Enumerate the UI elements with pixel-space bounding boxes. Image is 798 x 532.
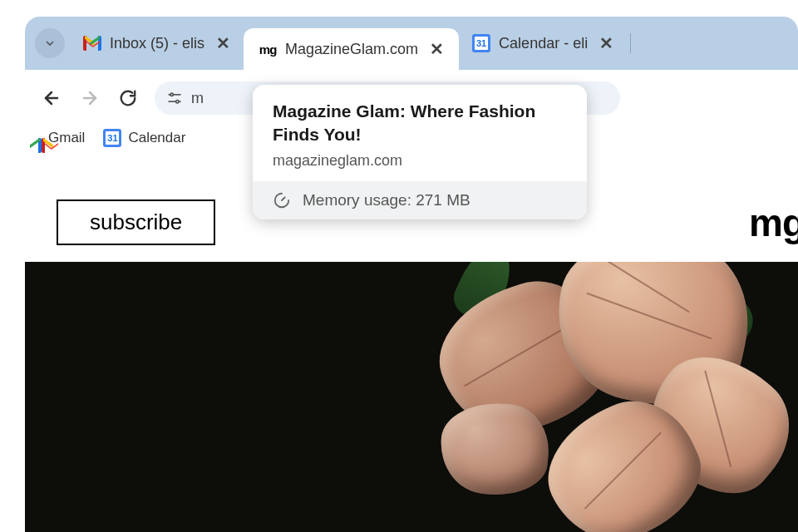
page-content: subscribe mg: [25, 188, 798, 532]
tab-strip: Inbox (5) - elis ✕ mg MagazineGlam.com ✕…: [25, 17, 798, 70]
chevron-down-icon: [43, 37, 57, 50]
close-icon[interactable]: ✕: [216, 33, 230, 53]
bookmark-label: Gmail: [48, 130, 85, 146]
back-button[interactable]: [40, 86, 63, 110]
tab-separator: [630, 33, 631, 53]
tab-label: Calendar - eli: [499, 35, 588, 52]
tab-calendar[interactable]: 31 Calendar - eli ✕: [462, 25, 623, 62]
calendar-icon: 31: [103, 129, 121, 147]
calendar-icon: 31: [472, 34, 490, 52]
speedometer-icon: [273, 191, 291, 209]
forward-button[interactable]: [78, 86, 101, 110]
bookmark-calendar[interactable]: 31 Calendar: [103, 129, 185, 147]
svg-point-2: [170, 93, 173, 96]
arrow-right-icon: [80, 88, 100, 108]
tab-magazineglam[interactable]: mg MagazineGlam.com ✕: [244, 28, 459, 70]
memory-usage-text: Memory usage: 271 MB: [303, 191, 470, 209]
address-text: m: [191, 90, 204, 107]
hover-url: magazineglam.com: [273, 152, 567, 170]
bookmark-label: Calendar: [128, 130, 185, 146]
bookmark-gmail[interactable]: Gmail: [42, 130, 85, 146]
close-icon[interactable]: ✕: [599, 33, 613, 53]
tab-inbox[interactable]: Inbox (5) - elis ✕: [73, 25, 240, 62]
reload-icon: [119, 89, 137, 107]
arrow-left-icon: [42, 88, 62, 108]
subscribe-button[interactable]: subscribe: [57, 200, 215, 245]
svg-point-5: [176, 101, 179, 103]
hero-image: [25, 262, 798, 532]
reload-button[interactable]: [116, 86, 140, 110]
tab-search-button[interactable]: [35, 28, 65, 58]
tab-label: Inbox (5) - elis: [110, 35, 204, 52]
gmail-icon: [83, 34, 101, 52]
site-logo[interactable]: mg: [749, 200, 798, 245]
site-settings-icon[interactable]: [166, 90, 183, 106]
close-icon[interactable]: ✕: [430, 39, 444, 59]
site-favicon: mg: [259, 40, 277, 58]
tab-label: MagazineGlam.com: [285, 41, 418, 58]
hover-title: Magazine Glam: Where Fashion Finds You!: [273, 100, 567, 147]
tab-hover-card: Magazine Glam: Where Fashion Finds You! …: [253, 85, 587, 219]
svg-line-8: [282, 197, 285, 200]
